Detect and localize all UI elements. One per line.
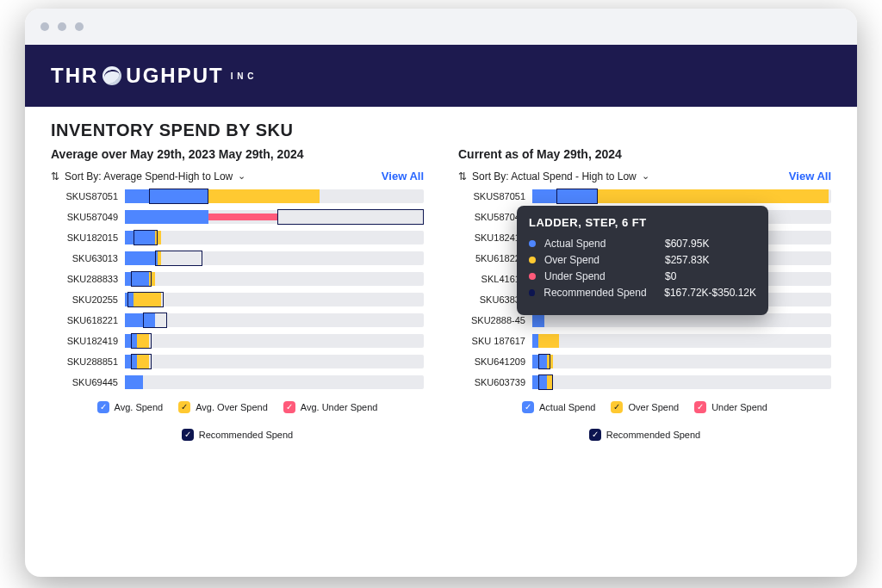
legend-label: Avg. Over Spend	[196, 402, 268, 412]
legend-label: Recommended Spend	[606, 430, 700, 440]
bar-track	[125, 272, 424, 286]
chart-row[interactable]: SKU 187617	[458, 334, 831, 348]
tooltip-label: Recommended Spend	[543, 287, 655, 299]
sort-icon: ⇵	[458, 170, 467, 183]
app-window: THR UGHPUT I N C INVENTORY SPEND BY SKU …	[25, 9, 857, 577]
chart-row[interactable]: SKU587049	[51, 210, 424, 224]
bar-recommended-range	[131, 271, 152, 287]
chart-row[interactable]: SKU2888-45	[458, 313, 831, 327]
sku-label: 5KU618221	[458, 253, 525, 263]
sku-label: SKUS87051	[458, 191, 525, 201]
panel-controls: ⇵ Sort By: Actual Spend - High to Low ⌄ …	[458, 170, 831, 183]
bar-track	[532, 313, 831, 327]
sort-dropdown[interactable]: ⇵ Sort By: Actual Spend - High to Low ⌄	[458, 170, 649, 183]
legend-label: Under Spend	[711, 402, 767, 412]
window-dot	[58, 22, 66, 31]
sort-dropdown[interactable]: ⇵ Sort By: Average Spend-High to Low ⌄	[51, 170, 245, 183]
sku-label: SKU63837	[458, 294, 525, 305]
chart-row[interactable]: SKUS87051	[51, 189, 424, 203]
chart-row[interactable]: SKU69445	[51, 375, 424, 389]
sku-label: SKU182015	[51, 232, 118, 243]
bar-segment-spend	[125, 210, 208, 224]
brand-text: THR	[51, 64, 98, 88]
chart-row[interactable]: SKU182419	[51, 334, 424, 348]
bar-recommended-range	[538, 374, 553, 390]
bar-track	[125, 251, 424, 265]
view-all-link[interactable]: View All	[789, 170, 831, 183]
legend: Actual Spend Over Spend Under Spend Reco…	[458, 401, 831, 441]
sku-label: SKU2888-45	[458, 315, 525, 325]
tooltip-dot-icon	[529, 240, 536, 247]
chart-row[interactable]: SKU603739	[458, 375, 831, 389]
legend-item: Actual Spend	[522, 401, 595, 413]
tooltip-dot-icon	[529, 273, 536, 280]
bar-recommended-range	[143, 313, 167, 328]
legend-swatch	[283, 401, 295, 413]
chart-row[interactable]: SKU618221	[51, 313, 424, 327]
tooltip-row: Under Spend$0	[529, 270, 756, 282]
chart-row[interactable]: SKU20255	[51, 293, 424, 306]
sku-label: SKU69445	[51, 377, 118, 387]
brand-logo: THR UGHPUT I N C	[51, 64, 254, 88]
bar-recommended-range	[155, 251, 203, 266]
legend-item: Over Spend	[611, 401, 679, 413]
globe-icon	[102, 66, 121, 85]
chart-row[interactable]: SKUS87051	[458, 189, 831, 203]
bar-track	[532, 334, 831, 348]
legend-label: Avg. Under Spend	[301, 402, 378, 412]
legend-swatch	[97, 401, 109, 413]
tooltip-dot-icon	[529, 257, 536, 263]
tooltip-label: Actual Spend	[544, 238, 656, 250]
legend-label: Recommended Spend	[199, 430, 293, 440]
panel-current: Current as of May 29th, 2024 ⇵ Sort By: …	[458, 144, 831, 441]
brand-text: UGHPUT	[126, 64, 223, 88]
window-dot	[75, 22, 84, 31]
bar-recommended-range	[556, 189, 599, 204]
bar-recommended-range	[131, 354, 152, 369]
bar-recommended-range	[134, 230, 158, 245]
legend: Avg. Spend Avg. Over Spend Avg. Under Sp…	[51, 401, 424, 441]
legend-swatch	[522, 401, 534, 413]
sort-label: Sort By: Actual Spend - High to Low	[472, 170, 637, 183]
chart-row[interactable]: SKU63013	[51, 251, 424, 265]
bar-track	[125, 375, 424, 389]
brand-suffix: I N C	[231, 72, 255, 80]
bar-track	[125, 293, 424, 306]
bar-segment-spend	[532, 313, 544, 327]
bar-recommended-range	[131, 333, 152, 349]
tooltip-dot-icon	[529, 289, 535, 296]
bar-segment-under	[208, 214, 277, 220]
chart-row[interactable]: SKU182015	[51, 231, 424, 244]
legend-item: Avg. Spend	[97, 401, 164, 413]
bar-track	[532, 375, 831, 389]
page-title: INVENTORY SPEND BY SKU	[51, 121, 831, 140]
tooltip-value: $0	[665, 270, 676, 282]
legend-item: Recommended Spend	[51, 429, 424, 441]
tooltip-label: Over Spend	[544, 254, 656, 266]
brand-suffix-text: I N C	[231, 72, 255, 80]
sort-label: Sort By: Average Spend-High to Low	[65, 170, 233, 183]
tooltip-row: Actual Spend$607.95K	[529, 238, 756, 250]
bar-segment-over	[538, 334, 559, 348]
bar-recommended-range	[149, 189, 208, 204]
chart-row[interactable]: SKU288851	[51, 355, 424, 368]
sku-label: SKU63013	[51, 253, 118, 263]
brand-bar: THR UGHPUT I N C	[25, 45, 857, 107]
view-all-link[interactable]: View All	[382, 170, 424, 183]
chart-row[interactable]: SKU288833	[51, 272, 424, 286]
legend-swatch	[589, 429, 601, 441]
hover-tooltip: LADDER, STEP, 6 FT Actual Spend$607.95KO…	[517, 206, 768, 315]
legend-swatch	[182, 429, 194, 441]
bar-track	[125, 210, 424, 224]
sku-label: SKU182419	[458, 232, 525, 243]
bar-track	[125, 189, 424, 203]
tooltip-label: Under Spend	[544, 270, 656, 282]
content-area: INVENTORY SPEND BY SKU Average over May …	[25, 107, 857, 577]
chart-row[interactable]: SKU641209	[458, 355, 831, 368]
panel-subtitle: Average over May 29th, 2023 May 29th, 20…	[51, 147, 424, 161]
bar-track	[532, 355, 831, 368]
bar-recommended-range	[538, 354, 550, 369]
sort-icon: ⇵	[51, 170, 59, 183]
panel-container: Average over May 29th, 2023 May 29th, 20…	[51, 144, 831, 441]
sku-label: SKU641209	[458, 356, 525, 367]
